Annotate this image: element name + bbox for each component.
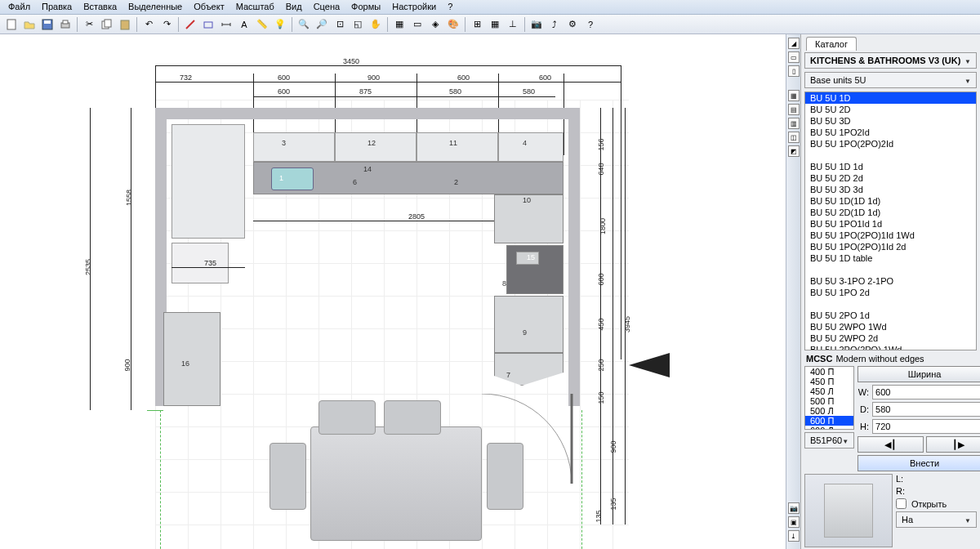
menu-scene[interactable]: Сцена — [309, 1, 345, 13]
measure-icon[interactable]: 📏 — [254, 16, 270, 33]
rail-mode-2-icon[interactable]: ▭ — [788, 51, 800, 63]
handle-side-dropdown[interactable]: На — [896, 511, 977, 528]
catalog-item[interactable]: BU 5U 1PO2Id — [805, 127, 976, 138]
copy-icon[interactable] — [99, 16, 115, 33]
view-top-icon[interactable]: ▦ — [391, 16, 408, 33]
zoom-fit-icon[interactable]: ⊡ — [332, 16, 348, 33]
cut-icon[interactable]: ✂ — [81, 16, 97, 33]
help-icon[interactable]: ? — [582, 16, 599, 33]
catalog-item[interactable]: BU 5U 2WPO 1Wd — [805, 321, 976, 333]
rail-export-icon[interactable]: ⤓ — [788, 530, 800, 542]
menu-settings[interactable]: Настройки — [387, 1, 441, 13]
catalog-item[interactable]: BU 5U 1PO(2PO)1Id 1Wd — [805, 230, 976, 241]
menu-file[interactable]: Файл — [3, 1, 35, 13]
catalog-tab[interactable]: Каталог — [806, 37, 857, 51]
paste-icon[interactable] — [117, 16, 133, 33]
ortho-icon[interactable]: ⊥ — [505, 16, 521, 33]
light-icon[interactable]: 💡 — [272, 16, 288, 33]
zoom-window-icon[interactable]: ◱ — [350, 16, 366, 33]
menu-edit[interactable]: Правка — [37, 1, 77, 13]
redo-icon[interactable]: ↷ — [158, 16, 175, 33]
catalog-item[interactable]: BU 5U 1D(1D 1d) — [805, 195, 976, 207]
catalog-item[interactable] — [805, 264, 976, 275]
catalog-item[interactable]: BU 5U 3D 3d — [805, 184, 976, 195]
rail-layer-5-icon[interactable]: ◩ — [788, 145, 800, 157]
open-checkbox[interactable] — [896, 498, 906, 509]
wall-tool-icon[interactable] — [182, 16, 198, 33]
settings-icon[interactable]: ⚙ — [564, 16, 581, 33]
nudge-left-icon[interactable]: ◀┃ — [858, 436, 924, 453]
camera-icon[interactable]: 📷 — [528, 16, 545, 33]
size-item[interactable]: 400 П — [805, 367, 853, 377]
undo-icon[interactable]: ↶ — [140, 16, 157, 33]
save-icon[interactable] — [39, 16, 56, 33]
menu-forms[interactable]: Формы — [346, 1, 385, 13]
catalog-item[interactable]: BU 5U 3-1PO 2-1PO — [805, 275, 976, 287]
depth-input[interactable] — [872, 402, 980, 417]
catalog-item[interactable] — [805, 298, 976, 310]
zoom-in-icon[interactable]: 🔍 — [296, 16, 312, 33]
catalog-item-list[interactable]: BU 5U 1DBU 5U 2DBU 5U 3DBU 5U 1PO2IdBU 5… — [804, 92, 977, 350]
view-3d-icon[interactable]: ◈ — [427, 16, 443, 33]
catalog-item[interactable]: BU 5U 1PO 2d — [805, 287, 976, 298]
text-tool-icon[interactable]: A — [236, 16, 252, 33]
rail-layer-4-icon[interactable]: ◫ — [788, 132, 800, 143]
catalog-item[interactable]: BU 5U 1PO(2PO)1Id 2d — [805, 241, 976, 252]
catalog-item[interactable]: BU 5U 2D — [805, 104, 976, 115]
height-input[interactable] — [872, 419, 980, 434]
catalog-item[interactable]: BU 5U 1D table — [805, 252, 976, 264]
size-list[interactable]: 400 П450 П450 Л500 П500 Л600 П600 Л — [804, 366, 854, 430]
dim-tool-icon[interactable] — [218, 16, 234, 33]
size-item[interactable]: 450 Л — [805, 386, 853, 396]
category-dropdown[interactable]: Base units 5U — [804, 72, 977, 88]
catalog-item[interactable]: BU 5U 2PO 1d — [805, 310, 976, 321]
menu-object[interactable]: Объект — [189, 1, 229, 13]
grid-icon[interactable]: ▦ — [487, 16, 503, 33]
object-tool-icon[interactable] — [200, 16, 216, 33]
catalog-item[interactable]: BU 5U 1PO(2PO)2Id — [805, 138, 976, 150]
size-item[interactable]: 600 П — [805, 416, 853, 426]
open-file-icon[interactable] — [21, 16, 38, 33]
menu-help[interactable]: ? — [443, 1, 457, 13]
size-item[interactable]: 500 Л — [805, 406, 853, 416]
render-icon[interactable]: 🎨 — [445, 16, 461, 33]
nudge-right-icon[interactable]: ┃▶ — [926, 436, 980, 453]
catalog-item[interactable]: BU 5U 1PO1Id 1d — [805, 218, 976, 230]
svg-rect-4 — [63, 20, 68, 24]
pan-icon[interactable]: ✋ — [368, 16, 384, 33]
catalog-item[interactable]: BU 5U 1D — [805, 92, 976, 104]
view-front-icon[interactable]: ▭ — [409, 16, 425, 33]
rail-mode-1-icon[interactable]: ◢ — [788, 38, 800, 49]
catalog-item[interactable]: BU 5U 2WPO 2d — [805, 333, 976, 344]
rail-render-icon[interactable]: ▣ — [788, 516, 800, 528]
size-item[interactable]: 450 П — [805, 377, 853, 386]
library-dropdown[interactable]: KITCHENS & BATHROOMS V3 (UK) — [804, 52, 977, 69]
size-item[interactable]: 600 Л — [805, 426, 853, 430]
menu-insert[interactable]: Вставка — [78, 1, 122, 13]
rail-layer-2-icon[interactable]: ▤ — [788, 104, 800, 115]
width-input[interactable] — [872, 385, 980, 399]
menu-scale[interactable]: Масштаб — [231, 1, 279, 13]
insert-button[interactable]: Внести — [858, 455, 980, 471]
rail-mode-3-icon[interactable]: ▯ — [788, 65, 800, 77]
rail-layer-3-icon[interactable]: ▥ — [788, 118, 800, 129]
code-dropdown[interactable]: B51P60 — [804, 432, 854, 449]
catalog-item[interactable] — [805, 150, 976, 161]
catalog-item[interactable]: BU 5U 1D 1d — [805, 161, 976, 172]
rail-layer-1-icon[interactable]: ▦ — [788, 90, 800, 101]
menu-view[interactable]: Вид — [281, 1, 307, 13]
width-button[interactable]: Ширина — [858, 366, 980, 382]
zoom-out-icon[interactable]: 🔎 — [314, 16, 330, 33]
new-file-icon[interactable] — [3, 16, 20, 33]
export-icon[interactable]: ⤴ — [546, 16, 563, 33]
catalog-item[interactable]: BU 5U 2D 2d — [805, 172, 976, 184]
snap-icon[interactable]: ⊞ — [469, 16, 485, 33]
menu-selected[interactable]: Выделенные — [123, 1, 187, 13]
print-icon[interactable] — [57, 16, 74, 33]
rail-camera-icon[interactable]: 📷 — [788, 502, 800, 514]
catalog-item[interactable]: BU 5U 2D(1D 1d) — [805, 207, 976, 218]
catalog-item[interactable]: BU 5U 2PO(2PO) 1Wd — [805, 344, 976, 350]
size-item[interactable]: 500 П — [805, 396, 853, 406]
plan-canvas[interactable]: 3450 732 600 900 600 600 600 875 580 580… — [0, 34, 786, 549]
catalog-item[interactable]: BU 5U 3D — [805, 115, 976, 127]
